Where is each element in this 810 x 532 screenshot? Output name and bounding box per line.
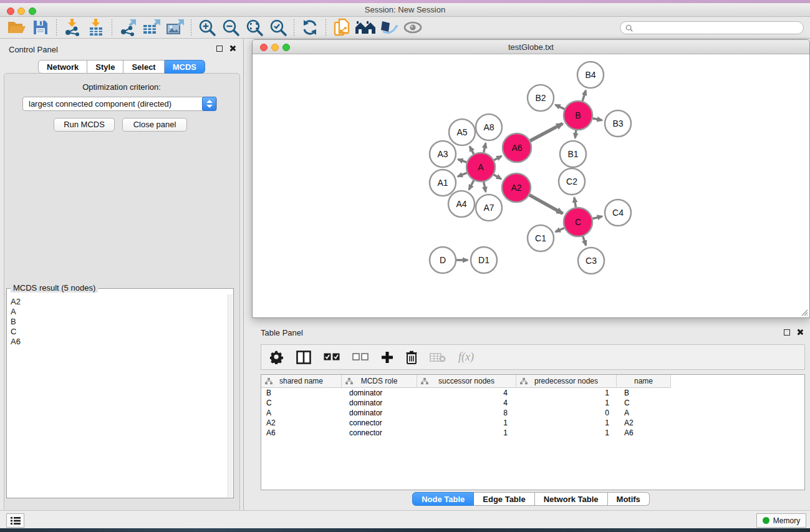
graph-node-B[interactable]: B (564, 101, 592, 130)
tab-mcds[interactable]: MCDS (165, 60, 205, 74)
zoom-out-icon[interactable] (220, 18, 241, 37)
table-row[interactable]: Bdominator41B (261, 388, 804, 398)
import-table-icon[interactable] (85, 18, 107, 37)
zoom-in-icon[interactable] (196, 18, 218, 37)
graph-node-B3[interactable]: B3 (605, 110, 631, 137)
open-folder-icon[interactable] (6, 18, 27, 37)
graph-node-A3[interactable]: A3 (430, 141, 456, 167)
graph-node-B2[interactable]: B2 (528, 85, 554, 111)
mcds-result-item[interactable]: C (11, 327, 228, 337)
graph-node-A5[interactable]: A5 (449, 119, 475, 145)
network-window-titlebar[interactable]: testGlobe.txt (253, 40, 809, 54)
mcds-list-scrollbar[interactable] (228, 294, 233, 497)
edge-C-C1[interactable] (556, 228, 564, 232)
export-table-icon[interactable] (141, 18, 162, 37)
search-input[interactable] (636, 23, 803, 33)
select-all-columns-icon[interactable] (324, 349, 340, 366)
edge-A-A8[interactable] (484, 143, 486, 153)
graph-node-D[interactable]: D (430, 247, 456, 273)
network-home-icon[interactable] (355, 18, 376, 37)
edge-B-B2[interactable] (556, 105, 565, 109)
graph-node-A2[interactable]: A2 (502, 173, 531, 202)
graph-node-D1[interactable]: D1 (471, 247, 497, 273)
window-resize-grip[interactable] (800, 308, 808, 316)
edge-B-B4[interactable] (582, 90, 586, 101)
tab-node-table[interactable]: Node Table (412, 492, 474, 506)
edge-A-A6[interactable] (494, 156, 501, 160)
mcds-result-item[interactable]: B (11, 317, 228, 327)
graph-node-A8[interactable]: A8 (476, 114, 502, 140)
graph-node-B4[interactable]: B4 (577, 62, 604, 88)
graph-node-C[interactable]: C (564, 208, 592, 236)
save-icon[interactable] (30, 18, 51, 37)
mcds-result-item[interactable]: A2 (11, 297, 228, 307)
delete-table-icon[interactable] (430, 349, 446, 366)
add-column-icon[interactable] (381, 349, 393, 366)
search-box[interactable] (620, 21, 804, 34)
import-network-icon[interactable] (62, 18, 83, 37)
table-row[interactable]: A6connector11A6 (261, 428, 804, 438)
deselect-all-columns-icon[interactable] (352, 349, 369, 366)
network-canvas[interactable]: B4B2BB3A5A8A6A3B1AA1C2A2A4A7C4CC1DD1C3 (253, 54, 809, 317)
select-stepper-icon[interactable] (202, 97, 216, 111)
graph-node-A7[interactable]: A7 (476, 195, 502, 221)
column-header-successor-nodes[interactable]: successor nodes (417, 375, 516, 388)
graph-node-C4[interactable]: C4 (605, 200, 631, 226)
graph-node-B1[interactable]: B1 (560, 141, 586, 167)
tab-network[interactable]: Network (38, 60, 87, 74)
graph-node-A6[interactable]: A6 (503, 133, 531, 162)
edge-A-A3[interactable] (458, 160, 467, 163)
edge-A-A7[interactable] (484, 182, 486, 192)
column-header-predecessor-nodes[interactable]: predecessor nodes (516, 375, 617, 388)
edge-A-A1[interactable] (458, 173, 467, 177)
tab-network-table[interactable]: Network Table (535, 492, 608, 506)
task-history-button[interactable] (6, 513, 24, 528)
table-row[interactable]: Adominator80A (261, 408, 804, 418)
graph-node-C2[interactable]: C2 (559, 168, 585, 195)
column-header-shared-name[interactable]: shared name (261, 375, 342, 388)
edge-A6-B[interactable] (530, 123, 562, 141)
float-panel-icon[interactable] (216, 46, 223, 52)
graph-node-A1[interactable]: A1 (430, 170, 456, 196)
tab-style[interactable]: Style (87, 60, 123, 74)
edge-B-B1[interactable] (575, 130, 576, 138)
mcds-result-item[interactable]: A (11, 307, 228, 317)
zoom-selected-icon[interactable] (268, 18, 289, 37)
eye-icon[interactable] (402, 18, 423, 37)
edge-A2-C[interactable] (529, 195, 563, 214)
function-builder-icon[interactable]: f(x) (458, 351, 474, 364)
edge-A-A2[interactable] (494, 175, 501, 179)
column-header-mcds-role[interactable]: MCDS role (342, 375, 417, 388)
edge-C-C3[interactable] (583, 236, 586, 246)
column-header-name[interactable]: name (617, 375, 671, 388)
graph-node-A[interactable]: A (466, 153, 495, 181)
tab-edge-table[interactable]: Edge Table (474, 492, 534, 506)
memory-button[interactable]: Memory (756, 513, 806, 528)
delete-column-icon[interactable] (406, 349, 417, 366)
refresh-icon[interactable] (299, 18, 321, 37)
column-layout-icon[interactable] (296, 349, 311, 366)
edge-C-C2[interactable] (574, 198, 576, 208)
close-panel-icon[interactable] (229, 45, 236, 52)
table-row[interactable]: A2connector11A2 (261, 418, 804, 428)
edge-A-A4[interactable] (469, 180, 474, 190)
edge-C-C4[interactable] (592, 216, 602, 219)
tab-select[interactable]: Select (123, 60, 164, 74)
mcds-result-item[interactable]: A6 (11, 337, 228, 347)
close-panel-button[interactable]: Close panel (122, 118, 187, 132)
graph-node-A4[interactable]: A4 (448, 191, 475, 217)
tab-motifs[interactable]: Motifs (608, 492, 650, 506)
clone-network-icon[interactable] (331, 18, 352, 37)
table-row[interactable]: Cdominator41C (261, 398, 804, 408)
graph-node-C1[interactable]: C1 (528, 225, 554, 251)
export-network-icon[interactable] (117, 18, 138, 37)
graph-node-C3[interactable]: C3 (578, 248, 604, 274)
network-graph[interactable]: B4B2BB3A5A8A6A3B1AA1C2A2A4A7C4CC1DD1C3 (253, 54, 809, 317)
optimization-criterion-select[interactable]: largest connected component (directed) (22, 97, 217, 111)
run-mcds-button[interactable]: Run MCDS (54, 118, 115, 132)
close-panel-icon[interactable] (796, 329, 803, 336)
edge-A-A5[interactable] (470, 147, 473, 154)
float-panel-icon[interactable] (784, 329, 790, 336)
gear-icon[interactable] (270, 349, 284, 366)
fit-content-icon[interactable] (244, 18, 265, 37)
